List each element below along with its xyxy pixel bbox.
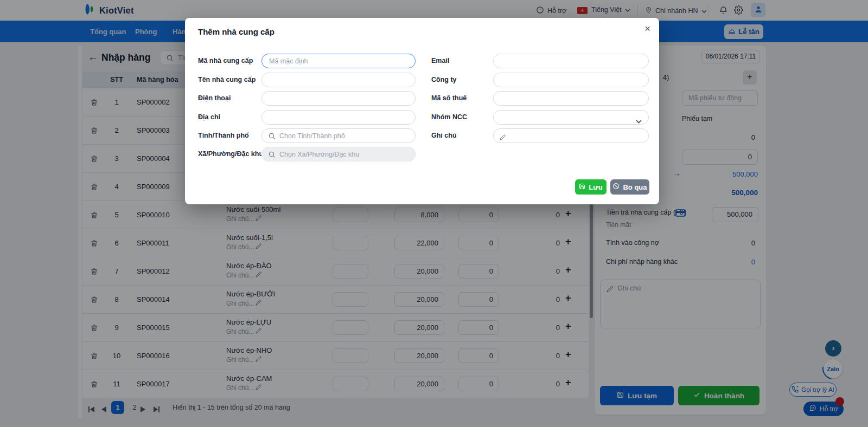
- search-icon: [268, 151, 276, 160]
- save-button[interactable]: Lưu: [575, 179, 607, 195]
- field-label-c-ng-ty: Công ty: [431, 76, 457, 83]
- field-input-m-nh-cung-c-p[interactable]: Mã mặc định: [261, 54, 416, 68]
- field-label-t-n-nh-cung-c-p: Tên nhà cung cấp: [198, 76, 256, 83]
- cancel-button[interactable]: Bỏ qua: [610, 179, 649, 195]
- pencil-icon: [500, 133, 506, 143]
- field-input-nh-m-ncc[interactable]: [493, 110, 649, 125]
- field-label--i-n-tho-i: Điện thoại: [198, 94, 231, 102]
- field-input--a-ch-[interactable]: [261, 110, 416, 125]
- save-icon: [579, 183, 585, 191]
- field-input-t-n-nh-cung-c-p[interactable]: [261, 73, 416, 87]
- field-label-t-nh-th-nh-ph-: Tỉnh/Thành phố: [198, 132, 249, 139]
- add-supplier-modal: Thêm nhà cung cấp × Mã nhà cung cấpMã mặ…: [185, 18, 659, 204]
- field-label-m-s-thu-: Mã số thuế: [431, 94, 467, 102]
- field-placeholder-x-ph-ng-c-khu: Chọn Xã/Phường/Đặc khu: [279, 151, 359, 158]
- field-label--a-ch-: Địa chỉ: [198, 113, 220, 121]
- field-label-email: Email: [431, 57, 449, 64]
- field-input-ghi-ch-[interactable]: [493, 128, 649, 143]
- field-placeholder-m-nh-cung-c-p: Mã mặc định: [269, 57, 308, 65]
- search-icon: [268, 132, 276, 142]
- field-placeholder-t-nh-th-nh-ph-: Chọn Tỉnh/Thành phố: [279, 132, 345, 140]
- screen: KiotViet Hỗ trợ ★ Tiếng Việt Chi nhánh H…: [0, 0, 868, 427]
- cancel-label: Bỏ qua: [623, 183, 647, 191]
- field-input-c-ng-ty[interactable]: [493, 73, 649, 87]
- close-icon[interactable]: ×: [644, 23, 650, 35]
- field-label-nh-m-ncc: Nhóm NCC: [431, 113, 467, 121]
- field-input-email[interactable]: [493, 54, 649, 68]
- save-label: Lưu: [589, 183, 602, 191]
- field-label-m-nh-cung-c-p: Mã nhà cung cấp: [198, 57, 253, 64]
- field-input-x-ph-ng-c-khu: Chọn Xã/Phường/Đặc khu: [261, 147, 416, 161]
- field-input-t-nh-th-nh-ph-[interactable]: Chọn Tỉnh/Thành phố: [261, 128, 416, 143]
- field-input--i-n-tho-i[interactable]: [261, 91, 416, 106]
- modal-title: Thêm nhà cung cấp: [198, 27, 275, 36]
- ban-icon: [612, 183, 620, 191]
- field-label-x-ph-ng-c-khu: Xã/Phường/Đặc khu: [198, 150, 263, 158]
- chevron-down-icon: [636, 116, 642, 126]
- field-input-m-s-thu-[interactable]: [493, 91, 649, 106]
- field-label-ghi-ch-: Ghi chú: [431, 132, 457, 139]
